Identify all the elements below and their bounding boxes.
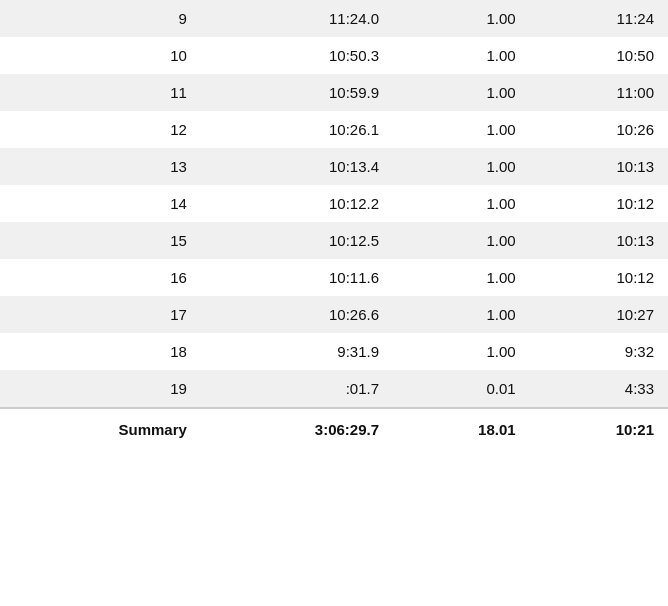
summary-row: Summary 3:06:29.7 18.01 10:21: [0, 408, 668, 450]
lap-number: 17: [0, 296, 201, 333]
table-row: 13 10:13.4 1.00 10:13: [0, 148, 668, 185]
lap-distance: 1.00: [393, 296, 530, 333]
lap-pace: 11:24: [530, 0, 668, 37]
lap-number: 10: [0, 37, 201, 74]
lap-time: 10:26.1: [201, 111, 393, 148]
lap-time: 10:26.6: [201, 296, 393, 333]
lap-number: 15: [0, 222, 201, 259]
lap-pace: 4:33: [530, 370, 668, 408]
table-row: 16 10:11.6 1.00 10:12: [0, 259, 668, 296]
lap-time: 10:12.2: [201, 185, 393, 222]
lap-pace: 10:13: [530, 222, 668, 259]
lap-number: 14: [0, 185, 201, 222]
lap-time: :01.7: [201, 370, 393, 408]
lap-distance: 0.01: [393, 370, 530, 408]
lap-time: 9:31.9: [201, 333, 393, 370]
table-row: 12 10:26.1 1.00 10:26: [0, 111, 668, 148]
lap-distance: 1.00: [393, 111, 530, 148]
lap-distance: 1.00: [393, 148, 530, 185]
lap-pace: 9:32: [530, 333, 668, 370]
summary-time: 3:06:29.7: [201, 408, 393, 450]
table-row: 19 :01.7 0.01 4:33: [0, 370, 668, 408]
table-row: 18 9:31.9 1.00 9:32: [0, 333, 668, 370]
lap-distance: 1.00: [393, 0, 530, 37]
summary-pace: 10:21: [530, 408, 668, 450]
lap-number: 12: [0, 111, 201, 148]
lap-number: 16: [0, 259, 201, 296]
table-row: 15 10:12.5 1.00 10:13: [0, 222, 668, 259]
table-row: 14 10:12.2 1.00 10:12: [0, 185, 668, 222]
lap-distance: 1.00: [393, 222, 530, 259]
lap-number: 19: [0, 370, 201, 408]
lap-number: 13: [0, 148, 201, 185]
lap-time: 10:59.9: [201, 74, 393, 111]
lap-distance: 1.00: [393, 185, 530, 222]
lap-distance: 1.00: [393, 74, 530, 111]
lap-time: 10:13.4: [201, 148, 393, 185]
table-row: 11 10:59.9 1.00 11:00: [0, 74, 668, 111]
summary-distance: 18.01: [393, 408, 530, 450]
lap-pace: 10:12: [530, 185, 668, 222]
lap-pace: 11:00: [530, 74, 668, 111]
table-row: 9 11:24.0 1.00 11:24: [0, 0, 668, 37]
lap-pace: 10:12: [530, 259, 668, 296]
table-row: 17 10:26.6 1.00 10:27: [0, 296, 668, 333]
lap-number: 18: [0, 333, 201, 370]
lap-time: 11:24.0: [201, 0, 393, 37]
lap-number: 9: [0, 0, 201, 37]
lap-distance: 1.00: [393, 259, 530, 296]
lap-distance: 1.00: [393, 37, 530, 74]
lap-number: 11: [0, 74, 201, 111]
table-row: 10 10:50.3 1.00 10:50: [0, 37, 668, 74]
lap-pace: 10:13: [530, 148, 668, 185]
lap-pace: 10:27: [530, 296, 668, 333]
lap-time: 10:11.6: [201, 259, 393, 296]
lap-time: 10:12.5: [201, 222, 393, 259]
lap-pace: 10:26: [530, 111, 668, 148]
laps-table: 9 11:24.0 1.00 11:24 10 10:50.3 1.00 10:…: [0, 0, 668, 450]
lap-pace: 10:50: [530, 37, 668, 74]
lap-distance: 1.00: [393, 333, 530, 370]
summary-label: Summary: [0, 408, 201, 450]
lap-time: 10:50.3: [201, 37, 393, 74]
